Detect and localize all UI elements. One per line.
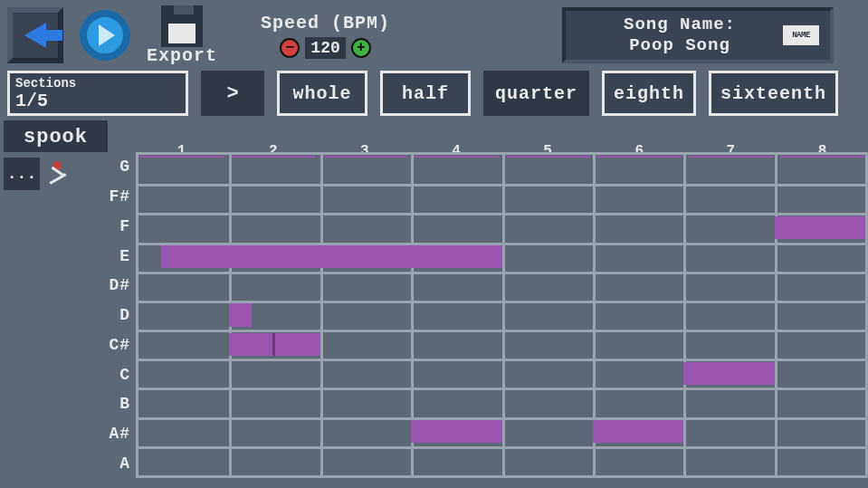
sections-label: Sections — [15, 76, 180, 91]
back-button[interactable] — [7, 7, 63, 63]
note[interactable] — [775, 216, 865, 239]
play-icon — [99, 24, 115, 46]
back-arrow-icon — [24, 23, 46, 48]
duration-sixteenth-button[interactable]: sixteenth — [709, 71, 838, 116]
note[interactable] — [683, 362, 774, 385]
pitch-label: F — [91, 211, 136, 241]
note[interactable] — [411, 420, 501, 443]
export-label: Export — [147, 45, 217, 66]
instrument-character-icon[interactable] — [43, 158, 80, 190]
pitch-label: D# — [91, 271, 136, 301]
pitch-label: C# — [91, 330, 136, 359]
export-button[interactable] — [161, 5, 203, 47]
pitch-label: A# — [91, 419, 136, 449]
pitch-label: B — [91, 389, 136, 419]
bpm-increase-button[interactable]: + — [351, 38, 371, 58]
song-name-value: Poop Song — [577, 35, 783, 56]
song-name-label: Song Name: — [577, 14, 783, 35]
pitch-label: G — [91, 152, 136, 182]
pitch-label: F# — [91, 182, 136, 212]
sections-value: 1/5 — [15, 91, 180, 111]
sections-next-button[interactable]: > — [201, 71, 264, 116]
note[interactable] — [161, 245, 501, 268]
note[interactable] — [275, 333, 320, 356]
song-name-box: Song Name: Poop Song NAME — [562, 7, 834, 63]
track-tab-spook[interactable]: spook — [4, 120, 108, 152]
bpm-decrease-button[interactable]: − — [280, 38, 300, 58]
rename-song-button[interactable]: NAME — [783, 25, 819, 45]
pitch-label: C — [91, 359, 136, 389]
note-grid[interactable] — [136, 152, 868, 478]
play-button[interactable] — [80, 10, 130, 61]
pitch-label: A — [91, 448, 136, 478]
note[interactable] — [229, 333, 274, 356]
duration-eighth-button[interactable]: eighth — [602, 71, 696, 116]
track-more-button[interactable]: ... — [4, 158, 40, 190]
sections-box[interactable]: Sections 1/5 — [7, 71, 188, 116]
note[interactable] — [229, 303, 252, 326]
duration-quarter-button[interactable]: quarter — [483, 71, 589, 116]
duration-half-button[interactable]: half — [380, 71, 471, 116]
speed-label: Speed (BPM) — [261, 13, 390, 33]
duration-whole-button[interactable]: whole — [277, 71, 367, 116]
pitch-label: E — [91, 241, 136, 271]
note[interactable] — [593, 420, 683, 443]
pitch-label: D — [91, 301, 136, 330]
bpm-value: 120 — [305, 37, 345, 59]
